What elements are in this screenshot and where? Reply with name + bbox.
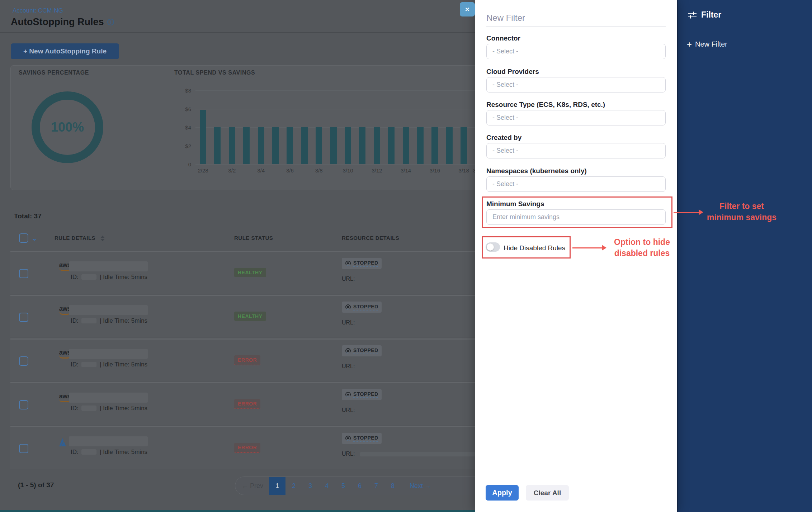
column-rule-status: RULE STATUS: [234, 235, 273, 241]
url-label: URL:: [342, 276, 355, 282]
rule-name-redacted: [69, 261, 148, 271]
rule-id-line: ID: | Idle Time: 5mins: [71, 405, 147, 412]
bar: [359, 127, 365, 164]
resource-state-chip[interactable]: STOPPED: [342, 433, 382, 444]
row-checkbox[interactable]: [19, 444, 28, 453]
row-checkbox[interactable]: [19, 356, 28, 366]
filter-field-select[interactable]: - Select -: [486, 77, 666, 93]
url-label: URL:: [342, 319, 355, 326]
y-axis-tick: $4: [163, 124, 191, 131]
chevron-down-icon[interactable]: ⌄: [32, 234, 37, 242]
rule-id-redacted: [81, 449, 96, 455]
info-icon[interactable]: i: [107, 19, 114, 25]
x-axis-tick: 3/12: [372, 167, 382, 174]
filter-sidebar: Filter + New Filter: [677, 0, 812, 512]
resource-state-chip[interactable]: STOPPED: [342, 302, 382, 313]
bar: [214, 127, 221, 164]
stopped-icon: [345, 436, 351, 441]
rule-id-line: ID: | Idle Time: 5mins: [71, 317, 147, 324]
filter-field-label: Created by: [486, 134, 521, 142]
filter-field-select[interactable]: - Select -: [486, 110, 666, 125]
filter-name-input[interactable]: New Filter: [486, 13, 525, 23]
page-button-7[interactable]: 7: [368, 477, 384, 495]
filter-field-select[interactable]: - Select -: [486, 44, 666, 59]
bar: [272, 127, 279, 164]
rule-status-badge: ERROR: [234, 399, 260, 409]
page-button-3[interactable]: 3: [302, 477, 318, 495]
rule-id-line: ID: | Idle Time: 5mins: [71, 274, 147, 281]
url-label: URL:: [342, 363, 355, 370]
resource-state-chip[interactable]: STOPPED: [342, 345, 382, 356]
url-redacted: [360, 452, 478, 456]
filter-field-label: Cloud Providers: [486, 68, 539, 76]
row-checkbox[interactable]: [19, 313, 28, 322]
clear-all-button[interactable]: Clear All: [526, 485, 569, 501]
sidebar-filter-header: Filter: [688, 10, 721, 20]
stopped-icon: [345, 261, 351, 266]
title-underline: [486, 27, 666, 27]
row-checkbox[interactable]: [19, 400, 28, 409]
rule-id-line: ID: | Idle Time: 5mins: [71, 361, 147, 368]
page-button-2[interactable]: 2: [285, 477, 302, 495]
rule-status-badge: HEALTHY: [234, 268, 266, 277]
new-autostopping-rule-button[interactable]: + New AutoStopping Rule: [11, 43, 119, 59]
row-checkbox[interactable]: [19, 269, 28, 278]
savings-percentage-value: 100%: [51, 120, 84, 135]
page-button-6[interactable]: 6: [351, 477, 368, 495]
x-axis-tick: 2/28: [198, 167, 208, 174]
plus-icon: +: [687, 41, 692, 48]
y-axis-tick: $2: [163, 143, 191, 149]
bar: [200, 110, 206, 164]
resource-state-chip[interactable]: STOPPED: [342, 389, 382, 400]
x-axis-tick: 3/6: [286, 167, 294, 174]
column-rule-details[interactable]: RULE DETAILS: [55, 235, 105, 241]
page-button-1[interactable]: 1: [269, 477, 285, 495]
select-all-checkbox[interactable]: [19, 233, 28, 243]
annotation-box-hide-disabled: [482, 236, 571, 259]
next-page-button[interactable]: Next →: [410, 477, 449, 495]
x-axis-tick: 3/8: [315, 167, 323, 174]
bar: [345, 127, 351, 164]
sort-icon[interactable]: [100, 236, 105, 241]
sidebar-new-filter-button[interactable]: + New Filter: [687, 40, 727, 48]
stopped-icon: [345, 304, 351, 310]
page-button-5[interactable]: 5: [335, 477, 351, 495]
annotation-arrow-line: [572, 247, 602, 248]
bar: [461, 127, 467, 164]
bar: [417, 127, 424, 164]
page-button-8[interactable]: 8: [384, 477, 401, 495]
filter-field-select[interactable]: - Select -: [486, 143, 666, 158]
breadcrumb[interactable]: Account: CCM-NG: [13, 7, 63, 14]
rule-id-redacted: [81, 362, 96, 367]
rule-status-badge: HEALTHY: [234, 312, 266, 321]
bottom-edge-strip: [0, 510, 475, 512]
apply-button[interactable]: Apply: [486, 485, 519, 501]
url-label: URL:: [342, 407, 355, 413]
rule-name-redacted: [69, 305, 148, 315]
resource-state-chip[interactable]: STOPPED: [342, 258, 382, 269]
filter-field-select[interactable]: - Select -: [486, 176, 666, 192]
pagination-range: (1 - 5) of 37: [18, 481, 54, 489]
x-axis-tick: 3/18: [459, 167, 469, 174]
bar: [431, 127, 438, 164]
spend-vs-savings-title: TOTAL SPEND VS SAVINGS: [174, 70, 255, 76]
bar: [330, 127, 337, 164]
bar: [243, 127, 250, 164]
x-axis-tick: 3/14: [401, 167, 411, 174]
annotation-text-minimum-savings: Filter to set minimum savings: [699, 201, 785, 223]
prev-page-button[interactable]: ← Prev: [242, 482, 263, 490]
header-divider: [0, 32, 475, 33]
autostopping-rules-page: Account: CCM-NG AutoStopping Rules i + N…: [0, 0, 812, 512]
close-icon[interactable]: ×: [460, 2, 475, 16]
pagination: ← Prev 12345678Next →: [235, 477, 508, 495]
url-label: URL:: [342, 451, 355, 457]
column-resource-details: RESOURCE DETAILS: [342, 235, 399, 241]
stopped-icon: [345, 348, 351, 354]
x-axis-tick: 3/2: [228, 167, 236, 174]
y-axis-tick: 0: [163, 161, 191, 167]
bar: [446, 127, 453, 164]
rule-id-line: ID: | Idle Time: 5mins: [71, 449, 147, 456]
rule-name-redacted: [69, 436, 148, 446]
page-button-4[interactable]: 4: [318, 477, 335, 495]
bar: [316, 127, 322, 164]
